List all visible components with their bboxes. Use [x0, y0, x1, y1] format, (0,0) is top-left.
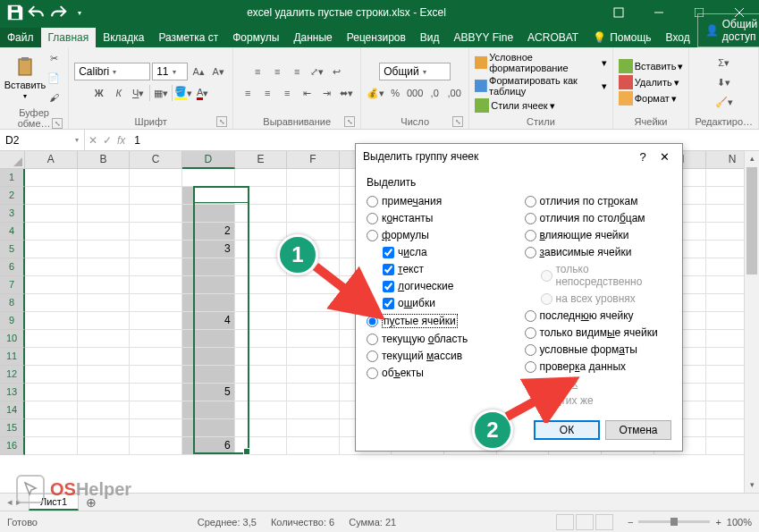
decrease-decimal-icon[interactable]: ,00: [445, 84, 463, 102]
tab-рецензиров[interactable]: Рецензиров: [340, 28, 413, 47]
undo-icon[interactable]: [27, 3, 46, 22]
align-middle-icon[interactable]: ≡: [268, 63, 286, 80]
cell[interactable]: [182, 294, 235, 312]
bold-icon[interactable]: Ж: [90, 84, 108, 102]
cell[interactable]: [287, 419, 340, 437]
cell[interactable]: [182, 330, 235, 348]
column-header[interactable]: D: [182, 151, 235, 169]
cell[interactable]: [78, 366, 131, 384]
number-format-dropdown[interactable]: Общий▾: [379, 63, 451, 80]
cell[interactable]: [78, 401, 131, 419]
launcher-icon[interactable]: ⤡: [216, 116, 227, 127]
cell[interactable]: [287, 330, 340, 348]
align-right-icon[interactable]: ≡: [278, 84, 296, 102]
copy-icon[interactable]: 📄: [45, 69, 63, 87]
cell[interactable]: [25, 205, 78, 223]
cell[interactable]: 3: [182, 241, 235, 258]
cell[interactable]: [78, 330, 131, 348]
paste-button[interactable]: Вставить▾: [5, 55, 45, 102]
cell[interactable]: [78, 294, 131, 312]
column-header[interactable]: C: [130, 151, 182, 169]
ok-button[interactable]: ОК: [534, 420, 600, 440]
save-icon[interactable]: [5, 3, 25, 22]
percent-icon[interactable]: %: [386, 84, 404, 102]
cell[interactable]: [25, 312, 78, 330]
option-dep[interactable]: зависимые ячейки: [525, 245, 672, 259]
cell[interactable]: [78, 205, 131, 223]
align-left-icon[interactable]: ≡: [239, 84, 257, 102]
cell[interactable]: [130, 169, 182, 187]
underline-icon[interactable]: Ч▾: [130, 84, 148, 102]
cell[interactable]: [130, 312, 182, 330]
tab-acrobat[interactable]: ACROBAT: [520, 28, 586, 47]
option-visible[interactable]: только видимые ячейки: [525, 325, 672, 340]
option-const[interactable]: константы: [367, 211, 514, 225]
decrease-indent-icon[interactable]: ⇤: [298, 84, 316, 102]
cell[interactable]: [182, 366, 235, 384]
border-icon[interactable]: ▦▾: [152, 84, 170, 102]
clear-icon[interactable]: 🧹▾: [715, 93, 733, 111]
orientation-icon[interactable]: ⤢▾: [308, 63, 325, 80]
cell[interactable]: [78, 384, 131, 401]
cell[interactable]: [235, 187, 288, 205]
column-header[interactable]: A: [25, 151, 78, 169]
increase-indent-icon[interactable]: ⇥: [317, 84, 335, 102]
option-prec[interactable]: влияющие ячейки: [525, 228, 672, 242]
fx-icon[interactable]: fx: [117, 134, 125, 147]
cell[interactable]: [235, 366, 288, 384]
row-header[interactable]: 11: [0, 348, 25, 366]
row-header[interactable]: 15: [0, 419, 25, 437]
option-col-diff[interactable]: отличия по столбцам: [525, 211, 672, 225]
tab-формулы[interactable]: Формулы: [225, 28, 286, 47]
ribbon-options-icon[interactable]: [598, 0, 638, 25]
cell[interactable]: [235, 276, 288, 294]
column-header[interactable]: F: [287, 151, 340, 169]
tab-данные[interactable]: Данные: [286, 28, 339, 47]
launcher-icon[interactable]: ⤡: [52, 118, 63, 129]
zoom-slider[interactable]: [638, 520, 710, 523]
delete-button[interactable]: Удалить ▾: [619, 75, 679, 89]
option-row-diff[interactable]: отличия по строкам: [525, 194, 672, 208]
align-center-icon[interactable]: ≡: [258, 84, 276, 102]
cell[interactable]: [287, 294, 340, 312]
cell[interactable]: [78, 241, 131, 258]
cell[interactable]: [130, 330, 182, 348]
fill-color-icon[interactable]: 🪣▾: [174, 84, 192, 102]
cancel-button[interactable]: Отмена: [605, 420, 671, 440]
cell[interactable]: 2: [182, 223, 235, 241]
font-color-icon[interactable]: А▾: [194, 84, 212, 102]
cell[interactable]: [182, 348, 235, 366]
option-objects[interactable]: объекты: [367, 366, 514, 380]
row-header[interactable]: 6: [0, 258, 25, 276]
login-button[interactable]: Вход: [659, 28, 697, 47]
row-header[interactable]: 14: [0, 401, 25, 419]
comma-icon[interactable]: 000: [406, 84, 424, 102]
cell[interactable]: [130, 258, 182, 276]
align-bottom-icon[interactable]: ≡: [288, 63, 306, 80]
format-button[interactable]: Формат ▾: [619, 91, 677, 106]
cell[interactable]: [25, 419, 78, 437]
cell[interactable]: [130, 419, 182, 437]
cell[interactable]: [25, 348, 78, 366]
share-button[interactable]: 👤Общий доступ: [697, 13, 759, 47]
cell[interactable]: [78, 223, 131, 241]
cell[interactable]: [78, 348, 131, 366]
row-header[interactable]: 2: [0, 187, 25, 205]
tab-abbyy fine[interactable]: ABBYY Fine: [447, 28, 520, 47]
cell[interactable]: [25, 330, 78, 348]
cell[interactable]: 5: [182, 384, 235, 401]
tab-file[interactable]: Файл: [0, 28, 41, 47]
normal-view-icon[interactable]: [556, 514, 574, 530]
cell[interactable]: [235, 223, 288, 241]
cell[interactable]: [25, 384, 78, 401]
cell[interactable]: [25, 258, 78, 276]
cell[interactable]: [25, 223, 78, 241]
tab-вкладка[interactable]: Вкладка: [96, 28, 151, 47]
row-header[interactable]: 7: [0, 276, 25, 294]
currency-icon[interactable]: 💰▾: [367, 84, 384, 102]
launcher-icon[interactable]: ⤡: [452, 116, 463, 127]
wrap-text-icon[interactable]: ↩: [327, 63, 345, 80]
cell[interactable]: [25, 276, 78, 294]
cell[interactable]: [287, 366, 340, 384]
cell[interactable]: [287, 276, 340, 294]
